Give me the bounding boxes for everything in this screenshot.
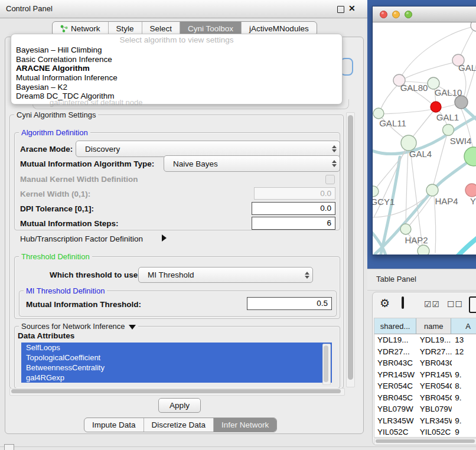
column-header-name[interactable]: name <box>416 318 451 334</box>
algorithm-option-bayesian-hill-climbing[interactable]: Bayesian – Hill Climbing <box>11 45 342 55</box>
apply-button[interactable]: Apply <box>158 398 201 413</box>
hub-definition-label: Hub/Transcription Factor Definition <box>20 234 143 243</box>
table-cell: YBR043C <box>374 357 417 369</box>
settings-hscrollbar-thumb[interactable] <box>11 389 341 393</box>
minimize-traffic-light-icon[interactable] <box>392 11 400 18</box>
kernel-width-field: 0.0 <box>254 187 335 200</box>
algorithm-option-basic-correlation-inference[interactable]: Basic Correlation Inference <box>11 55 342 64</box>
aracne-mode-combobox[interactable]: Discovery <box>76 141 340 157</box>
close-icon[interactable]: ✕ <box>348 4 356 13</box>
table-row[interactable]: YDL19...YDL19...13 <box>374 334 476 346</box>
algorithm-dropdown-popup: Select algorithm to view settings Bayesi… <box>11 34 343 105</box>
tab-infer-network[interactable]: Infer Network <box>213 418 276 432</box>
table-cell: 9. <box>452 415 476 427</box>
stepper-arrows-icon <box>329 145 340 152</box>
node-label-gal1: GAL1 <box>436 112 459 122</box>
network-node-gcy1[interactable] <box>373 186 379 197</box>
float-window-icon[interactable] <box>337 6 344 13</box>
network-node-swi4[interactable] <box>443 125 454 136</box>
network-node-hap2[interactable] <box>400 224 411 234</box>
attr-list-scrollbar <box>322 344 331 385</box>
network-icon <box>60 25 68 32</box>
table-row[interactable]: YBR045CYBR045C9. <box>374 392 476 404</box>
attribute-item-gal4rgexp[interactable]: gal4RGexp <box>21 373 332 383</box>
which-threshold-combobox[interactable]: MI Threshold <box>138 267 313 283</box>
table-row[interactable]: YBL079WYBL079W <box>374 403 476 415</box>
table-row[interactable]: YBR043CYBR043C <box>374 357 476 369</box>
control-panel-title: Control Panel <box>6 0 53 18</box>
table-cell: YDL19... <box>417 334 452 346</box>
table-hscrollbar-thumb[interactable] <box>376 439 475 443</box>
network-edge <box>459 28 474 59</box>
mi-threshold-field[interactable]: 0.5 <box>247 297 332 310</box>
network-node[interactable] <box>418 245 429 255</box>
table-cell: 9 <box>452 426 476 438</box>
table-cell: YIL052C <box>374 426 417 438</box>
deselect-all-checkboxes-icon[interactable]: ☐☐ <box>447 299 463 309</box>
table-cell <box>452 403 476 415</box>
node-label-y: Y <box>470 196 476 206</box>
node-label-gcy1: GCY1 <box>373 197 395 207</box>
mi-steps-field[interactable]: 6 <box>252 217 335 230</box>
node-label-hap2: HAP2 <box>405 235 428 245</box>
select-all-checkboxes-icon[interactable]: ☑☑ <box>424 299 440 309</box>
attr-list-scrollbar-thumb[interactable] <box>324 345 328 382</box>
dpi-tolerance-field[interactable]: 0.0 <box>252 202 335 215</box>
document-icon[interactable] <box>469 296 476 313</box>
cyni-settings-title: Cyni Algorithm Settings <box>14 110 98 119</box>
table-row[interactable]: YDR27...YDR27...12 <box>374 346 476 358</box>
bottom-tabbar: Impute DataDiscretize DataInfer Network <box>84 418 277 432</box>
kernel-width-label: Kernel Width (0,1): <box>20 190 90 198</box>
table-cell: YDR27... <box>417 346 452 358</box>
tab-discretize-data[interactable]: Discretize Data <box>144 418 214 432</box>
network-node-hap4[interactable] <box>426 184 438 196</box>
manual-kernel-checkbox <box>325 175 335 184</box>
column-header-a[interactable]: A <box>451 318 476 334</box>
network-edge <box>406 151 408 224</box>
node-label-hap4: HAP4 <box>435 196 458 206</box>
table-row[interactable]: YLR345WYLR345W9. <box>374 415 476 427</box>
network-graph: GAL2GAL80GAL10GAL1GAL11SWI4GAL4GCY1HAP4Y… <box>373 22 476 255</box>
algorithm-option-bayesian-k2[interactable]: Bayesian – K2 <box>11 83 342 92</box>
tab-impute-data[interactable]: Impute Data <box>84 418 144 432</box>
network-node-gal1[interactable] <box>431 102 441 112</box>
column-header-shared[interactable]: shared... <box>374 318 416 334</box>
table-cell: YBL079W <box>374 403 417 415</box>
attribute-item-betweennesscentrality[interactable]: BetweennessCentrality <box>21 363 332 373</box>
table-row[interactable]: YIL052CYIL052C9 <box>374 426 476 438</box>
network-window-titlebar[interactable] <box>373 6 476 22</box>
table-settings-gear-icon[interactable]: ⚙ <box>380 298 390 309</box>
algorithm-option-mutual-information-inference[interactable]: Mutual Information Inference <box>11 73 342 83</box>
zoom-traffic-light-icon[interactable] <box>405 11 412 18</box>
mi-threshold-label: Mutual Information Threshold: <box>26 300 141 309</box>
split-columns-icon[interactable] <box>402 296 404 309</box>
network-node[interactable] <box>455 96 468 109</box>
mi-type-value: Naive Bayes <box>164 159 329 168</box>
network-edge <box>380 84 399 111</box>
collapse-arrow-icon[interactable] <box>129 325 136 330</box>
algorithm-option-aracne-algorithm[interactable]: ARACNE Algorithm <box>11 64 342 73</box>
table-cell: YPR145W <box>374 369 417 381</box>
mi-type-combobox[interactable]: Naive Bayes <box>164 155 340 172</box>
stepper-arrows-icon <box>329 160 340 167</box>
close-traffic-light-icon[interactable] <box>380 11 387 18</box>
network-node[interactable] <box>471 22 476 31</box>
expand-arrow-icon[interactable] <box>162 234 167 242</box>
network-node-gal11[interactable] <box>373 108 384 119</box>
settings-vscrollbar-thumb[interactable] <box>348 115 353 380</box>
attribute-item-selfloops[interactable]: SelfLoops <box>21 343 332 353</box>
table-cell: YDR27... <box>374 346 417 358</box>
table-cell: 9. <box>452 369 476 381</box>
table-row[interactable]: YPR145WYPR145W9. <box>374 369 476 381</box>
minimized-panel-icon[interactable] <box>4 444 14 450</box>
mi-type-label: Mutual Information Algorithm Type: <box>20 159 154 168</box>
attribute-item-topologicalcoefficient[interactable]: TopologicalCoefficient <box>21 353 332 363</box>
dpi-tolerance-label: DPI Tolerance [0,1]: <box>20 204 94 213</box>
algorithm-definition-title: Algorithm Definition <box>19 128 90 137</box>
node-label-gal10: GAL10 <box>435 87 462 97</box>
network-canvas[interactable]: GAL2GAL80GAL10GAL1GAL11SWI4GAL4GCY1HAP4Y… <box>373 22 476 255</box>
manual-kernel-label: Manual Kernel Width Definition <box>20 175 138 184</box>
node-label-gal80: GAL80 <box>400 83 428 93</box>
network-node-y[interactable] <box>465 184 476 197</box>
table-row[interactable]: YER054CYER054C8. <box>374 380 476 392</box>
